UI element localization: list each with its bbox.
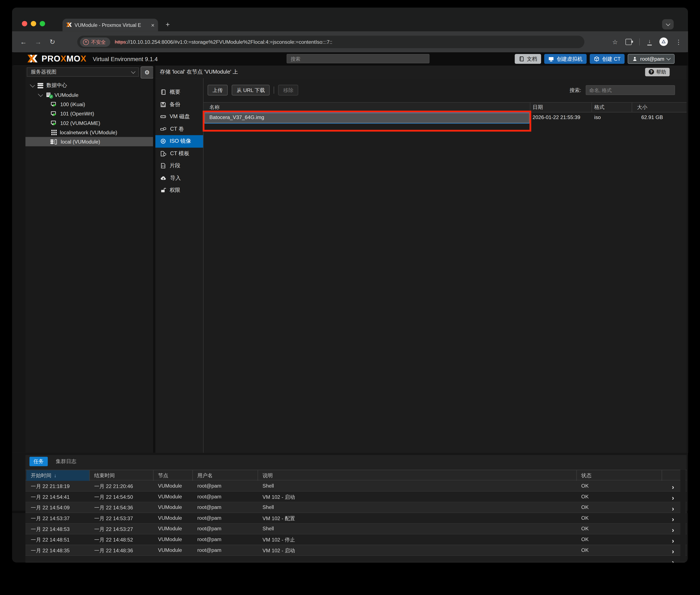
view-selector[interactable]: 服务器视图 xyxy=(27,67,139,77)
status-value: OK xyxy=(581,483,589,488)
row-expand-chevron-icon[interactable]: › xyxy=(672,526,674,534)
close-window-button[interactable] xyxy=(22,21,27,26)
row-expand-chevron-icon[interactable]: › xyxy=(672,515,674,523)
column-header-status[interactable]: 状态 xyxy=(577,470,662,481)
forward-button[interactable]: → xyxy=(35,38,42,45)
tab-cluster-log[interactable]: 集群日志 xyxy=(52,456,80,466)
tab-tasks[interactable]: 任务 xyxy=(29,456,48,466)
minimize-window-button[interactable] xyxy=(31,21,36,26)
column-header-description[interactable]: 说明 xyxy=(258,470,576,481)
column-header-user[interactable]: 用户名 xyxy=(193,470,258,481)
vm-running-icon xyxy=(50,101,57,107)
snippet-icon xyxy=(160,163,166,169)
menu-item-import[interactable]: 导入 xyxy=(155,172,203,184)
download-from-url-button[interactable]: 从 URL 下载 xyxy=(232,85,270,95)
task-row[interactable]: 一月 22 14:54:41一月 22 14:54:50VUModuleroot… xyxy=(25,491,686,502)
task-row[interactable]: 一月 22 21:18:19一月 22 21:20:46VUModuleroot… xyxy=(25,481,686,491)
proxmox-favicon-icon: X X xyxy=(66,22,72,27)
menu-item-ct-volumes[interactable]: CT 卷 xyxy=(155,123,203,135)
node-icon: ✓ xyxy=(46,92,51,98)
column-header-start-time[interactable]: 开始时间↓ xyxy=(26,470,90,481)
global-search-input[interactable] xyxy=(287,54,429,63)
tab-close-icon[interactable]: × xyxy=(151,22,155,28)
task-row[interactable]: 一月 22 14:53:37一月 22 14:53:37VUModuleroot… xyxy=(25,513,686,524)
tree-item-storage-local[interactable]: local (VUModule) xyxy=(25,137,153,146)
tree-item-vm-101[interactable]: 101 (OpenWrt) xyxy=(25,109,153,118)
documentation-button[interactable]: 文档 xyxy=(515,54,541,64)
task-row-partial[interactable]: › xyxy=(25,556,686,563)
task-row[interactable]: 一月 22 14:54:09一月 22 14:54:36VUModuleroot… xyxy=(25,502,686,513)
iso-search-input[interactable] xyxy=(586,85,675,95)
column-header-format[interactable]: 格式 xyxy=(594,104,604,111)
chevron-down-icon[interactable] xyxy=(38,91,43,96)
column-header-name[interactable]: 名称 xyxy=(209,104,220,111)
iso-disc-icon xyxy=(160,139,166,144)
zoom-window-button[interactable] xyxy=(40,21,45,26)
row-expand-chevron-icon[interactable]: › xyxy=(672,483,674,491)
menu-item-backups[interactable]: 备份 xyxy=(155,98,203,111)
header-buttons: 文档 创建虚拟机 创建 CT root@pam xyxy=(515,54,675,64)
row-expand-chevron-icon[interactable]: › xyxy=(672,537,674,544)
menu-item-ct-templates[interactable]: CT 模板 xyxy=(155,147,203,160)
row-expand-chevron-icon[interactable]: › xyxy=(672,558,674,562)
menu-item-summary[interactable]: 概要 xyxy=(155,86,203,98)
create-ct-button[interactable]: 创建 CT xyxy=(590,54,625,64)
chevron-down-icon xyxy=(666,56,671,60)
column-header-end-time[interactable]: 结束时间 xyxy=(90,470,154,481)
column-header-date[interactable]: 日期 xyxy=(533,104,543,111)
user-menu-button[interactable]: root@pam xyxy=(628,54,675,64)
tree-item-vm-102[interactable]: 102 (VUMGAME) xyxy=(25,118,153,128)
proxmox-wordmark: PROXMOX xyxy=(42,54,86,64)
task-row[interactable]: 一月 22 14:48:51一月 22 14:48:52VUModuleroot… xyxy=(25,534,686,545)
row-expand-chevron-icon[interactable]: › xyxy=(672,505,674,512)
panel-splitter[interactable] xyxy=(153,65,156,453)
menu-item-vm-disks[interactable]: VM 磁盘 xyxy=(155,111,203,123)
task-row[interactable]: 一月 22 14:48:35一月 22 14:48:36VUModuleroot… xyxy=(25,545,686,556)
bookmark-star-icon[interactable]: ☆ xyxy=(612,38,618,45)
vm-running-icon xyxy=(50,120,57,126)
view-selector-label: 服务器视图 xyxy=(31,69,56,76)
profile-avatar[interactable] xyxy=(659,37,668,46)
vm-running-icon xyxy=(50,110,57,117)
tree-item-datacenter[interactable]: 数据中心 xyxy=(25,81,153,90)
browser-menu-icon[interactable]: ⋮ xyxy=(675,38,682,45)
address-bar[interactable]: ✕ 不安全 https://10.10.10.254:8006/#v1:0:=s… xyxy=(77,36,585,48)
chevron-down-icon[interactable] xyxy=(30,82,35,87)
storage-icon xyxy=(50,139,58,145)
storage-content: 概要 备份 VM 磁盘 CT 卷 ISO 镜像 xyxy=(155,78,687,453)
tree-item-node-vumodule[interactable]: ✓ VUModule xyxy=(25,90,153,100)
security-badge[interactable]: ✕ 不安全 xyxy=(80,37,110,47)
task-row[interactable]: 一月 22 14:48:53一月 22 14:53:27VUModuleroot… xyxy=(25,524,686,535)
floppy-icon xyxy=(160,102,166,107)
back-button[interactable]: ← xyxy=(20,38,27,45)
tab-search-button[interactable] xyxy=(662,19,674,30)
toolbar-separator xyxy=(274,86,274,94)
menu-item-iso-images[interactable]: ISO 镜像 xyxy=(155,135,203,147)
menu-item-permissions[interactable]: 权限 xyxy=(155,184,203,196)
task-table-header: 开始时间↓ 结束时间 节点 用户名 说明 状态 xyxy=(25,470,686,481)
task-scrollbar[interactable] xyxy=(680,470,685,562)
upload-button[interactable]: 上传 xyxy=(208,85,228,95)
column-header-size[interactable]: 大小 xyxy=(637,104,648,111)
create-vm-button[interactable]: 创建虚拟机 xyxy=(544,54,586,64)
menu-item-snippets[interactable]: 片段 xyxy=(155,160,203,172)
browser-tab[interactable]: X X VUModule - Proxmox Virtual E × xyxy=(62,19,158,31)
row-expand-chevron-icon[interactable]: › xyxy=(672,547,674,555)
new-tab-button[interactable]: + xyxy=(166,21,170,28)
row-expand-chevron-icon[interactable]: › xyxy=(672,494,674,501)
column-header-node[interactable]: 节点 xyxy=(154,470,193,481)
downloads-icon[interactable]: ↓ xyxy=(647,38,652,46)
tree-item-vm-100[interactable]: 100 (iKuai) xyxy=(25,100,153,109)
window-controls xyxy=(22,21,45,26)
iso-table-row[interactable]: Batocera_V37_64G.img 2026-01-22 21:55:39… xyxy=(204,112,687,124)
cube-icon xyxy=(594,56,599,62)
help-button[interactable]: ? 帮助 xyxy=(645,68,670,76)
url-scheme: https xyxy=(115,39,126,45)
tree-item-storage-localnetwork[interactable]: localnetwork (VUModule) xyxy=(25,128,153,137)
tree-settings-button[interactable]: ⚙ xyxy=(141,66,154,79)
reload-button[interactable]: ↻ xyxy=(50,38,55,45)
remove-button[interactable]: 移除 xyxy=(278,85,298,95)
screen: X X VUModule - Proxmox Virtual E × + ← →… xyxy=(0,0,700,595)
iso-date: 2026-01-22 21:55:39 xyxy=(533,115,580,120)
extensions-icon[interactable] xyxy=(625,38,632,45)
